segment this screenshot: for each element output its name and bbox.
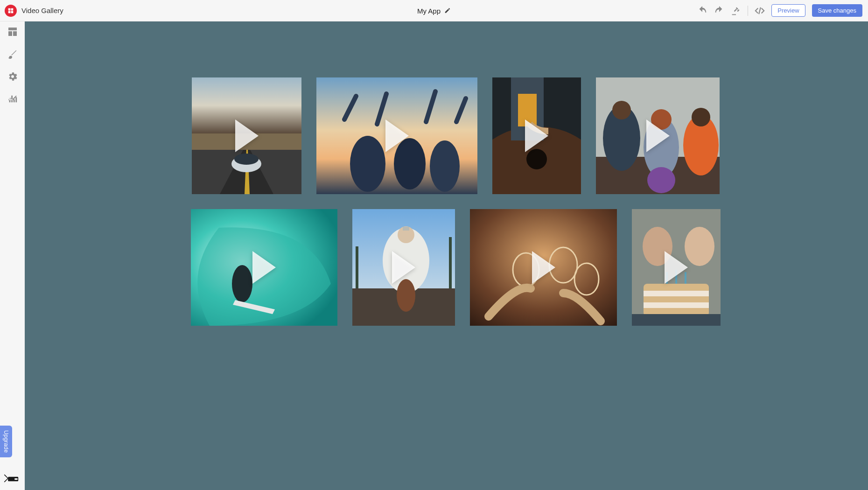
gear-icon xyxy=(7,71,18,82)
svg-rect-47 xyxy=(632,314,721,326)
sidebar-settings-button[interactable] xyxy=(7,71,18,82)
grid-icon xyxy=(7,7,14,14)
svg-rect-0 xyxy=(8,8,11,10)
gallery-row-2 xyxy=(90,209,821,326)
topbar: Video Gallery My App Preview Save change… xyxy=(0,0,868,21)
svg-point-30 xyxy=(232,265,252,302)
svg-rect-5 xyxy=(14,478,17,480)
video-thumb-wine-toast[interactable] xyxy=(470,209,617,326)
play-icon xyxy=(385,119,409,152)
upgrade-label: Upgrade xyxy=(0,426,12,457)
svg-point-14 xyxy=(430,140,460,192)
play-icon xyxy=(392,251,415,284)
topbar-actions: Preview Save changes xyxy=(697,4,862,17)
app-logo[interactable] xyxy=(5,5,17,17)
app-title: My App xyxy=(417,7,441,14)
gavel-button[interactable] xyxy=(731,6,741,16)
video-thumb-friends-sunset[interactable] xyxy=(316,77,477,194)
upgrade-tab[interactable]: Upgrade xyxy=(0,426,12,457)
undo-button[interactable] xyxy=(697,6,707,16)
play-icon xyxy=(235,119,259,152)
gavel-icon xyxy=(731,6,741,15)
app-title-group: My App xyxy=(417,7,451,14)
play-icon xyxy=(252,251,276,284)
layout-icon xyxy=(7,26,18,37)
brush-icon xyxy=(7,49,18,59)
sidebar-layout-button[interactable] xyxy=(7,26,18,37)
svg-rect-3 xyxy=(11,11,14,13)
play-icon xyxy=(646,119,670,152)
video-thumb-skateboard[interactable] xyxy=(352,209,455,326)
sidebar-brush-button[interactable] xyxy=(7,49,18,60)
video-thumb-car-road[interactable] xyxy=(192,77,301,194)
page-title: Video Gallery xyxy=(21,7,63,14)
video-thumb-birthday-cake[interactable] xyxy=(632,209,721,326)
play-icon xyxy=(532,251,555,284)
svg-point-36 xyxy=(397,279,415,312)
save-changes-button[interactable]: Save changes xyxy=(812,4,862,17)
code-icon xyxy=(755,6,765,16)
svg-rect-44 xyxy=(644,284,709,316)
svg-point-12 xyxy=(350,136,385,192)
play-icon xyxy=(525,119,548,152)
video-thumb-friends-sitting[interactable] xyxy=(596,77,720,194)
play-icon xyxy=(665,251,688,284)
svg-rect-46 xyxy=(644,302,709,308)
svg-point-28 xyxy=(692,108,710,126)
svg-point-43 xyxy=(685,227,714,266)
undo-icon xyxy=(697,6,707,16)
redo-icon xyxy=(714,6,724,16)
redo-button[interactable] xyxy=(714,6,724,16)
svg-rect-45 xyxy=(644,291,709,296)
video-thumb-guitar[interactable] xyxy=(492,77,581,194)
svg-point-10 xyxy=(234,154,259,165)
editor-canvas[interactable] xyxy=(25,21,868,490)
left-sidebar: Upgrade xyxy=(0,21,25,490)
pencil-icon[interactable] xyxy=(444,7,451,14)
svg-rect-2 xyxy=(8,11,11,13)
svg-rect-35 xyxy=(403,227,409,231)
sidebar-analytics-button[interactable] xyxy=(7,93,18,105)
main-shell: Upgrade xyxy=(0,21,868,490)
preview-button[interactable]: Preview xyxy=(771,4,805,17)
svg-rect-1 xyxy=(11,8,14,10)
svg-point-26 xyxy=(647,167,675,193)
divider xyxy=(748,6,748,16)
chart-icon xyxy=(7,94,18,104)
svg-point-23 xyxy=(612,101,631,119)
gallery-row-1 xyxy=(90,77,821,194)
code-button[interactable] xyxy=(755,6,765,16)
video-thumb-surfer[interactable] xyxy=(191,209,337,326)
mascot-icon xyxy=(3,473,21,483)
video-gallery xyxy=(90,77,821,326)
